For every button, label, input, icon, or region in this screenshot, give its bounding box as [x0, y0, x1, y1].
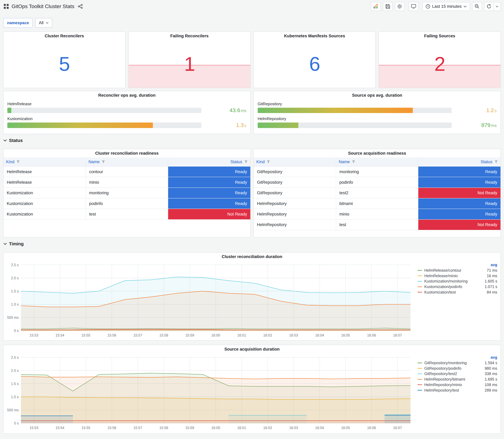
column-header-kind[interactable]: Kind: [254, 157, 336, 166]
legend-item[interactable]: GitRepository/monitoring1.594 s: [418, 360, 497, 366]
status-badge: Not Ready: [418, 188, 501, 198]
legend-avg-header[interactable]: avg: [418, 262, 497, 268]
svg-text:15:58: 15:58: [159, 426, 168, 430]
gauge-label: HelmRelease: [7, 102, 246, 106]
filter-icon[interactable]: [16, 160, 20, 163]
column-header-kind[interactable]: Kind: [3, 157, 86, 166]
clock-icon: [426, 4, 430, 9]
table-row: HelmReleaseminioReady: [3, 177, 250, 188]
chevron-down-icon: [46, 22, 49, 24]
table-row: HelmRepositorybitnamiReady: [254, 198, 501, 209]
gauges-row: Reconciler ops avg. duration HelmRelease…: [3, 91, 501, 134]
series-color-dash: [418, 292, 422, 293]
series-avg-value: 1.071 s: [482, 284, 497, 289]
series-name: HelmRepository/minio: [424, 383, 482, 387]
legend-item[interactable]: HelmRepository/minio108 ms: [418, 382, 497, 388]
legend-item[interactable]: Kustomization/podinfo1.071 s: [418, 284, 497, 290]
chart-content: 0 s500 ms1.0 s1.5 s2.0 s2.5 s15:5315:541…: [3, 354, 501, 431]
panel-cluster-reconcilers: Cluster Reconcilers 5: [3, 32, 125, 88]
refresh-button[interactable]: [484, 2, 494, 11]
legend-item[interactable]: HelmRepository/bitnami1.695 s: [418, 377, 497, 382]
svg-text:2.0 s: 2.0 s: [11, 276, 19, 280]
panel-title[interactable]: Source acquisition readiness: [254, 149, 501, 158]
zoom-out-button[interactable]: [472, 2, 482, 11]
apps-icon[interactable]: [4, 4, 9, 9]
filter-icon[interactable]: [102, 160, 105, 163]
column-header-name[interactable]: Name: [336, 157, 418, 166]
variable-namespace-label[interactable]: namespace: [3, 18, 33, 28]
variable-namespace-value: All: [39, 20, 43, 25]
section-header-status[interactable]: Status: [3, 137, 501, 144]
svg-text:2.5 s: 2.5 s: [11, 355, 19, 359]
legend-item[interactable]: HelmRepository/test289 ms: [418, 388, 497, 393]
panel-title[interactable]: Cluster reconciliation readiness: [3, 149, 250, 158]
svg-text:16:02: 16:02: [263, 333, 272, 337]
status-badge: Ready: [418, 198, 501, 209]
cell-kind: GitRepository: [254, 166, 336, 177]
legend-item[interactable]: HelmRelease/minio16 ms: [418, 273, 497, 279]
panel-title[interactable]: Kubernetes Manifests Sources: [254, 32, 375, 40]
cycle-view-mode-button[interactable]: [409, 2, 418, 11]
svg-text:16:03: 16:03: [289, 426, 298, 430]
filter-icon[interactable]: [244, 160, 248, 163]
gauge-row-helmrepository: HelmRepository 879ms: [258, 116, 497, 128]
svg-text:15:54: 15:54: [55, 333, 64, 337]
series-color-dash: [418, 379, 422, 380]
status-badge: Ready: [418, 209, 501, 219]
filter-icon[interactable]: [352, 160, 355, 163]
status-badge: Ready: [168, 198, 250, 209]
time-range-picker[interactable]: Last 15 minutes: [422, 2, 470, 11]
readiness-table: KindNameStatusGitRepositorymonitoringRea…: [254, 157, 501, 230]
legend-avg-header[interactable]: avg: [418, 355, 497, 360]
panel-title[interactable]: Source acquisition duration: [3, 345, 501, 354]
column-header-status[interactable]: Status: [418, 157, 501, 166]
chart-content: 0 s500 ms1.0 s1.5 s2.0 s2.5 s15:5315:541…: [3, 261, 501, 339]
series-color-dash: [418, 368, 422, 369]
variable-namespace-value-dropdown[interactable]: All: [35, 18, 52, 28]
refresh-interval-dropdown[interactable]: [494, 2, 501, 11]
panel-title[interactable]: Cluster Reconcilers: [3, 32, 125, 40]
panel-title[interactable]: Failing Sources: [379, 32, 501, 40]
dashboard-settings-button[interactable]: [395, 2, 405, 11]
gauge-bar: [258, 108, 413, 113]
svg-text:16:02: 16:02: [263, 426, 272, 430]
series-name: HelmRelease/contour: [424, 268, 484, 273]
column-header-name[interactable]: Name: [86, 157, 168, 166]
series-name: HelmRepository/bitnami: [424, 377, 482, 381]
panel-title[interactable]: Reconciler ops avg. duration: [3, 91, 250, 99]
section-header-timing[interactable]: Timing: [3, 240, 501, 248]
panel-title[interactable]: Source ops avg. duration: [254, 91, 501, 99]
series-name: GitRepository/monitoring: [424, 361, 482, 365]
panel-title[interactable]: Failing Reconcilers: [129, 32, 250, 40]
panel-cluster-reconciliation-duration: Cluster reconciliation duration 0 s500 m…: [3, 252, 501, 341]
legend-item[interactable]: Kustomization/test84 ms: [418, 290, 497, 295]
svg-text:15:55: 15:55: [81, 426, 90, 430]
chevron-down-icon: [464, 5, 467, 8]
svg-text:15:59: 15:59: [185, 333, 194, 337]
gauge-row-gitrepository: GitRepository 1.2s: [258, 102, 497, 113]
legend-item[interactable]: GitRepository/podinfo980 ms: [418, 366, 497, 371]
cell-name: monitoring: [336, 166, 418, 177]
legend-item[interactable]: HelmRelease/contour71 ms: [418, 268, 497, 273]
legend-item[interactable]: GitRepository/test2338 ms: [418, 371, 497, 377]
stat-value: 5: [3, 40, 125, 88]
series-color-dash: [418, 363, 422, 363]
svg-text:1.0 s: 1.0 s: [11, 395, 19, 399]
gauge-bar: [7, 122, 153, 128]
tables-row: Cluster reconciliation readiness KindNam…: [3, 149, 501, 238]
series-color-dash: [418, 276, 422, 276]
legend-item[interactable]: Kustomization/monitoring1.605 s: [418, 279, 497, 284]
add-panel-button[interactable]: [371, 2, 381, 11]
panel-title[interactable]: Cluster reconciliation duration: [3, 253, 501, 261]
section-title: Status: [9, 138, 23, 143]
save-dashboard-button[interactable]: [383, 2, 393, 11]
chart-legend: avgGitRepository/monitoring1.594 sGitRep…: [418, 354, 501, 431]
series-avg-value: 289 ms: [482, 388, 497, 392]
filter-icon[interactable]: [267, 160, 270, 163]
status-badge: Not Ready: [418, 220, 501, 230]
column-header-status[interactable]: Status: [168, 157, 250, 166]
series-color-dash: [418, 374, 422, 374]
share-icon[interactable]: [78, 4, 83, 9]
filter-icon[interactable]: [494, 160, 498, 163]
cell-kind: HelmRepository: [254, 220, 336, 230]
